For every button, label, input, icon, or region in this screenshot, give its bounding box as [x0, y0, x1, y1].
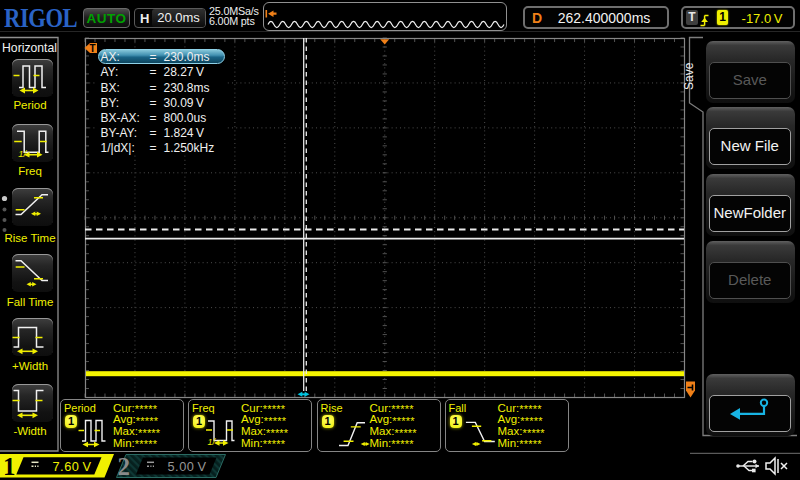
- svg-text:1: 1: [3, 453, 16, 480]
- svg-text:1/: 1/: [18, 147, 27, 158]
- svg-text:7.60 V: 7.60 V: [53, 459, 92, 474]
- svg-text:T: T: [90, 43, 96, 54]
- svg-text:2: 2: [118, 453, 131, 480]
- svg-text:5.00 V: 5.00 V: [168, 459, 207, 474]
- svg-text:1/: 1/: [208, 437, 217, 447]
